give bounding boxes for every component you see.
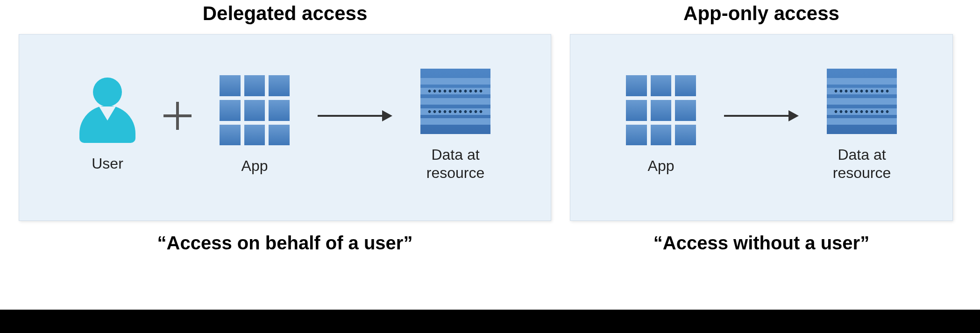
arrow-right-icon	[318, 111, 392, 120]
data-item-right: Data at resource	[827, 69, 897, 182]
delegated-caption: “Access on behalf of a user”	[157, 233, 413, 254]
apponly-caption: “Access without a user”	[653, 233, 869, 254]
apponly-panel: App Data at resource	[570, 34, 953, 221]
data-label-right: Data at resource	[833, 146, 891, 182]
app-grid-icon	[220, 75, 290, 145]
app-label: App	[241, 157, 268, 175]
app-item: App	[220, 75, 290, 175]
delegated-panel: User App	[19, 34, 551, 221]
user-item: User	[79, 78, 135, 172]
delegated-access-section: Delegated access User App	[19, 0, 551, 254]
arrow-right-icon	[724, 111, 799, 120]
delegated-title: Delegated access	[203, 2, 368, 25]
footer-bar	[0, 310, 980, 333]
user-label: User	[92, 155, 123, 172]
data-item: Data at resource	[420, 69, 490, 182]
data-label: Data at resource	[426, 146, 485, 182]
database-icon	[827, 69, 897, 134]
app-label-right: App	[648, 157, 675, 175]
apponly-access-section: App-only access App	[570, 0, 953, 254]
apponly-title: App-only access	[683, 2, 839, 25]
diagram-container: Delegated access User App	[0, 0, 980, 254]
user-icon	[79, 78, 135, 143]
plus-icon	[163, 102, 192, 130]
app-grid-icon	[626, 75, 696, 145]
database-icon	[420, 69, 490, 134]
app-item-right: App	[626, 75, 696, 175]
